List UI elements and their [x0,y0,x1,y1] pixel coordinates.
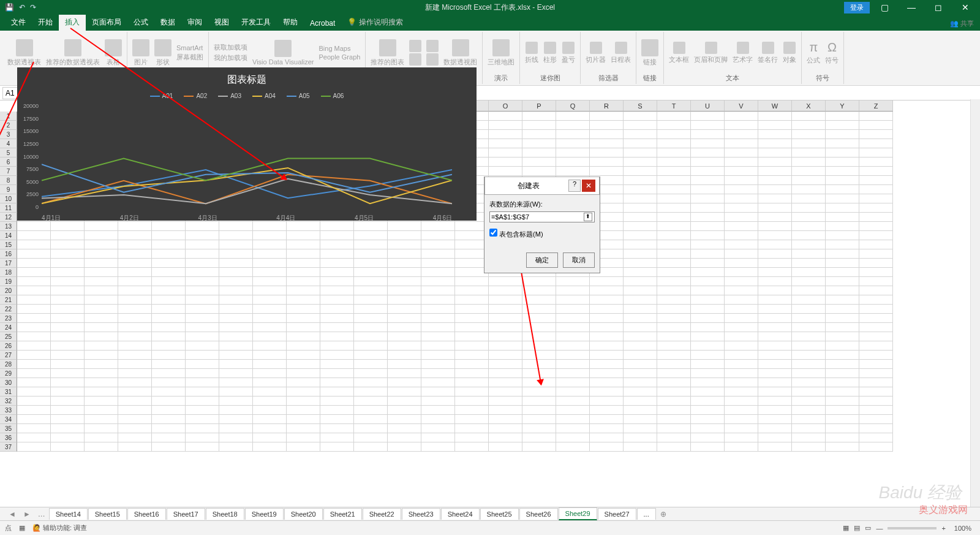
cell[interactable] [758,130,792,139]
zoom-out-icon[interactable]: — [876,525,883,532]
cell[interactable] [354,415,388,424]
cell[interactable] [590,378,624,387]
cell[interactable] [388,277,421,286]
cell[interactable] [859,277,893,286]
row-header[interactable]: 33 [0,406,17,415]
cell[interactable] [118,305,152,314]
row-header[interactable]: 30 [0,378,17,387]
cell[interactable] [725,222,758,231]
maximize-icon[interactable]: ◻ [926,0,951,15]
cell[interactable] [287,341,320,351]
cell[interactable] [624,222,657,231]
sheet-tab[interactable]: Sheet27 [598,508,636,520]
cell[interactable] [51,277,85,286]
column-header[interactable]: V [725,101,758,112]
cell[interactable] [489,121,522,130]
cell[interactable] [859,433,893,442]
cell[interactable] [624,268,657,277]
cell[interactable] [657,157,691,167]
cell[interactable] [826,387,859,397]
accessibility-status[interactable]: 🙋 辅助功能: 调查 [32,523,87,533]
cell[interactable] [758,185,792,194]
cell[interactable] [253,277,287,286]
cell[interactable] [51,314,85,323]
cell[interactable] [320,406,354,415]
cell[interactable] [859,268,893,277]
cell[interactable] [253,360,287,369]
cell[interactable] [51,442,85,452]
cell[interactable] [421,305,455,314]
cell[interactable] [556,286,590,295]
cell[interactable] [657,203,691,213]
cell[interactable] [388,323,421,332]
row-header[interactable]: 34 [0,415,17,424]
cell[interactable] [826,433,859,442]
cell[interactable] [657,121,691,130]
cell[interactable] [85,387,118,397]
row-header[interactable]: 36 [0,433,17,442]
cell[interactable] [590,369,624,378]
cell[interactable] [792,112,826,121]
cell[interactable] [354,387,388,397]
cell[interactable] [691,286,725,295]
cell[interactable] [455,351,489,360]
cell[interactable] [657,176,691,185]
column-header[interactable]: Q [556,101,590,112]
cell[interactable] [590,351,624,360]
cell[interactable] [792,130,826,139]
cell[interactable] [421,231,455,240]
cell[interactable] [826,139,859,148]
cell[interactable] [51,295,85,305]
cell[interactable] [826,231,859,240]
cell[interactable] [421,378,455,387]
sheet-tab[interactable]: Sheet24 [441,508,480,520]
cell[interactable] [624,139,657,148]
cell[interactable] [691,424,725,433]
cell[interactable] [186,433,219,442]
cell[interactable] [590,415,624,424]
cell[interactable] [17,268,51,277]
row-header[interactable]: 11 [0,203,17,213]
cell[interactable] [388,305,421,314]
cell[interactable] [624,249,657,259]
cell[interactable] [320,314,354,323]
row-header[interactable]: 23 [0,314,17,323]
cell[interactable] [725,121,758,130]
cell[interactable] [253,397,287,406]
cell[interactable] [219,369,253,378]
cell[interactable] [85,277,118,286]
cell[interactable] [421,323,455,332]
cell[interactable] [725,295,758,305]
cell[interactable] [320,387,354,397]
cell[interactable] [489,286,522,295]
cell[interactable] [118,387,152,397]
cell[interactable] [792,139,826,148]
cell[interactable] [624,130,657,139]
cell[interactable] [826,360,859,369]
row-header[interactable]: 9 [0,185,17,194]
cell[interactable] [455,314,489,323]
cell[interactable] [320,415,354,424]
cell[interactable] [556,397,590,406]
cell[interactable] [219,286,253,295]
cell[interactable] [186,295,219,305]
cell[interactable] [489,360,522,369]
cell[interactable] [219,387,253,397]
cell[interactable] [85,268,118,277]
cell[interactable] [85,351,118,360]
cell[interactable] [826,185,859,194]
cell[interactable] [253,369,287,378]
cell[interactable] [354,295,388,305]
cell[interactable] [624,387,657,397]
cell[interactable] [287,240,320,249]
cell[interactable] [388,369,421,378]
cell[interactable] [691,415,725,424]
cell[interactable] [792,222,826,231]
tab-view[interactable]: 视图 [208,14,235,31]
row-header[interactable]: 8 [0,176,17,185]
cell[interactable] [489,323,522,332]
cell[interactable] [624,231,657,240]
cell[interactable] [287,387,320,397]
cell[interactable] [691,121,725,130]
cell[interactable] [725,139,758,148]
